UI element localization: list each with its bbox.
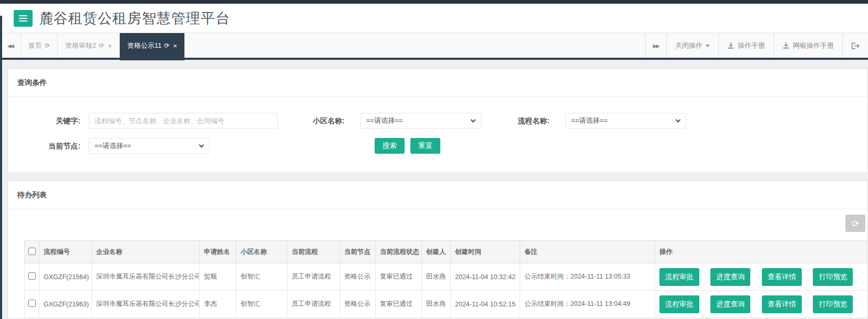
table-refresh-button[interactable]: ⟳ bbox=[845, 215, 865, 232]
community-select[interactable]: ==请选择== bbox=[360, 113, 481, 129]
hamburger-menu-button[interactable] bbox=[14, 10, 33, 27]
app-title: 麓谷租赁公租房智慧管理平台 bbox=[39, 9, 230, 28]
progress-query-button[interactable]: 进度查询 bbox=[710, 295, 750, 313]
cell-flow-status: 复审已通过 bbox=[376, 263, 422, 291]
cell-community: 创智汇 bbox=[236, 291, 287, 318]
table-row: GXGZF(21963) 深圳市魔耳乐器有限公司长沙分公司 李杰 创智汇 员工申… bbox=[25, 291, 868, 318]
tab-qualification-publicity[interactable]: 资格公示11 ⟳ × bbox=[120, 33, 184, 60]
cell-remark: 公示结束时间：2024-11-11 13:04:49 bbox=[520, 291, 655, 318]
view-details-button[interactable]: 查看详情 bbox=[762, 295, 802, 313]
col-flow-status: 当前流程状态 bbox=[376, 241, 422, 263]
sign-out-icon bbox=[851, 42, 860, 50]
close-operations-dropdown[interactable]: 关闭操作 bbox=[666, 33, 718, 58]
cell-flow-status: 复审已通过 bbox=[376, 291, 422, 318]
flow-approve-button[interactable]: 流程审批 bbox=[659, 295, 699, 313]
cell-created-at: 2024-11-04 10:52:15 bbox=[451, 291, 520, 318]
select-value: ==请选择== bbox=[571, 116, 607, 125]
cell-applicant: 李杰 bbox=[200, 291, 236, 318]
table-row: GXGZF(21564) 深圳市魔耳乐器有限公司长沙分公司 贺顺 创智汇 员工申… bbox=[25, 263, 868, 291]
print-preview-button[interactable]: 打印预览 bbox=[813, 295, 853, 313]
cell-current-flow: 员工申请流程 bbox=[287, 263, 340, 291]
query-panel-title: 查询条件 bbox=[8, 69, 867, 88]
double-left-arrow-icon: ◀◀ bbox=[7, 43, 13, 49]
cell-current-flow: 员工申请流程 bbox=[287, 291, 340, 318]
cell-process-code: GXGZF(21963) bbox=[39, 291, 92, 318]
view-details-button[interactable]: 查看详情 bbox=[762, 268, 802, 286]
cell-creator: 田水燕 bbox=[422, 263, 451, 291]
cell-remark: 公示结束时间：2024-11-11 13:05:33 bbox=[520, 263, 655, 291]
chevron-down-icon bbox=[199, 143, 204, 148]
flow-name-label: 流程名称: bbox=[497, 113, 550, 129]
col-current-flow: 当前流程 bbox=[287, 241, 340, 263]
table-header-row: 流程编号 企业名称 申请姓名 小区名称 当前流程 当前节点 当前流程状态 创建人… bbox=[25, 241, 868, 263]
current-node-select[interactable]: ==请选择== bbox=[89, 138, 210, 154]
todo-panel-title: 待办列表 bbox=[8, 181, 867, 200]
divider bbox=[8, 209, 867, 209]
row-checkbox[interactable] bbox=[28, 272, 36, 280]
logout-button[interactable] bbox=[842, 33, 868, 58]
tab-refresh-icon[interactable]: ⟳ bbox=[45, 42, 50, 49]
tab-bar: ◀◀ 首页 ⟳ 资格审核2 ⟳ × 资格公示11 ⟳ × ▶▶ 关闭操作 bbox=[0, 33, 868, 60]
cell-created-at: 2024-11-04 10:32:42 bbox=[451, 263, 520, 291]
select-all-checkbox[interactable] bbox=[28, 248, 36, 255]
flow-approve-button[interactable]: 流程审批 bbox=[659, 268, 699, 286]
current-node-label: 当前节点: bbox=[24, 138, 80, 154]
community-label: 小区名称: bbox=[292, 113, 345, 129]
scroll-tabs-right-button[interactable]: ▶▶ bbox=[645, 33, 666, 58]
col-process-code: 流程编号 bbox=[39, 241, 92, 263]
reset-button[interactable]: 重置 bbox=[410, 138, 440, 154]
double-right-arrow-icon: ▶▶ bbox=[653, 43, 659, 49]
tab-qualification-review[interactable]: 资格审核2 ⟳ × bbox=[58, 33, 120, 58]
select-value: ==请选择== bbox=[366, 116, 402, 125]
todo-list-panel: 待办列表 ⟳ 流程编号 企业名称 申请姓名 小区名称 当前流程 当前节点 bbox=[7, 180, 868, 319]
cell-community: 创智汇 bbox=[236, 263, 287, 291]
todo-table: 流程编号 企业名称 申请姓名 小区名称 当前流程 当前节点 当前流程状态 创建人… bbox=[24, 240, 868, 318]
operation-manual-link[interactable]: 操作手册 bbox=[718, 33, 773, 58]
chevron-down-icon bbox=[471, 118, 476, 123]
col-applicant: 申请姓名 bbox=[200, 241, 236, 263]
keyword-label: 关键字: bbox=[24, 113, 80, 129]
row-checkbox[interactable] bbox=[28, 300, 36, 307]
flow-name-select[interactable]: ==请选择== bbox=[565, 113, 686, 129]
col-actions: 操作 bbox=[655, 241, 868, 263]
col-remark: 备注 bbox=[520, 241, 655, 263]
cell-current-node: 资格公示 bbox=[340, 263, 376, 291]
scroll-tabs-left-button[interactable]: ◀◀ bbox=[0, 33, 21, 58]
app-header: 麓谷租赁公租房智慧管理平台 bbox=[0, 4, 868, 33]
caret-down-icon bbox=[706, 45, 710, 47]
col-creator: 创建人 bbox=[422, 241, 451, 263]
col-company: 企业名称 bbox=[92, 241, 200, 263]
top-strip bbox=[0, 0, 868, 4]
query-conditions-panel: 查询条件 关键字: 小区名称: ==请选择== 流程名称: ==请选择== 当前… bbox=[7, 68, 868, 173]
keyword-input[interactable] bbox=[89, 113, 278, 129]
download-icon bbox=[782, 42, 790, 49]
tab-label: 资格审核2 bbox=[65, 41, 96, 50]
col-current-node: 当前节点 bbox=[340, 241, 376, 263]
cell-creator: 田水燕 bbox=[422, 291, 451, 318]
hamburger-icon bbox=[19, 15, 27, 16]
tab-refresh-icon[interactable]: ⟳ bbox=[164, 42, 169, 49]
col-created-at: 创建时间 bbox=[451, 241, 520, 263]
cell-company: 深圳市魔耳乐器有限公司长沙分公司 bbox=[92, 291, 200, 318]
tab-close-icon[interactable]: × bbox=[108, 42, 112, 50]
ebank-operation-manual-link[interactable]: 网银操作手册 bbox=[773, 33, 842, 58]
cell-applicant: 贺顺 bbox=[200, 263, 236, 291]
col-community: 小区名称 bbox=[236, 241, 287, 263]
divider bbox=[8, 97, 867, 97]
download-icon bbox=[727, 42, 735, 49]
print-preview-button[interactable]: 打印预览 bbox=[813, 268, 853, 286]
cell-process-code: GXGZF(21564) bbox=[39, 263, 92, 291]
tab-label: 资格公示11 bbox=[127, 41, 162, 50]
tab-home[interactable]: 首页 ⟳ bbox=[21, 33, 58, 58]
progress-query-button[interactable]: 进度查询 bbox=[710, 268, 750, 286]
main-content: 查询条件 关键字: 小区名称: ==请选择== 流程名称: ==请选择== 当前… bbox=[0, 60, 868, 319]
sidebar-edge bbox=[0, 16, 2, 319]
tab-refresh-icon[interactable]: ⟳ bbox=[99, 42, 104, 49]
search-button[interactable]: 搜索 bbox=[375, 138, 405, 154]
select-value: ==请选择== bbox=[95, 141, 131, 151]
cell-current-node: 资格公示 bbox=[340, 291, 376, 318]
tab-close-icon[interactable]: × bbox=[173, 42, 178, 50]
cell-company: 深圳市魔耳乐器有限公司长沙分公司 bbox=[92, 263, 200, 291]
tab-label: 首页 bbox=[28, 41, 42, 50]
chevron-down-icon bbox=[676, 118, 681, 123]
